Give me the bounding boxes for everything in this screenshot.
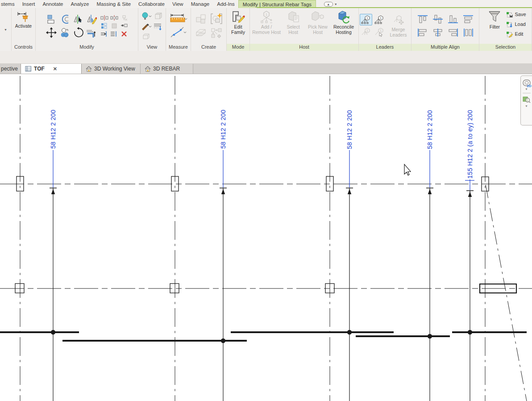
load-selection-button[interactable]: Load	[506, 20, 526, 29]
panel-multiple-align: Multiple Align	[411, 8, 479, 51]
rebar-tag-2[interactable]: 58 H12 2 200	[220, 109, 227, 149]
reconcile-hosting-label: Reconcile Hosting	[331, 25, 357, 35]
trim-extend-corner-icon[interactable]	[86, 27, 97, 38]
view-tab-label: pective	[1, 66, 18, 72]
arrowhead-up-icon	[348, 189, 351, 194]
rebar-tag-5[interactable]: 155 H12 2 (a to ey) 200	[466, 110, 474, 179]
mirror-draw-axis-icon[interactable]	[86, 14, 97, 25]
rebar-span-lines[interactable]	[50, 188, 474, 401]
steering-wheel-icon[interactable]: 2D	[523, 79, 531, 87]
remove-leader-icon[interactable]: 1	[374, 15, 385, 25]
rebar-dot	[468, 330, 472, 334]
tab-insert[interactable]: Insert	[18, 0, 39, 8]
view-tab-3d-rebar[interactable]: 3D REBAR	[141, 64, 193, 74]
delete-icon[interactable]	[121, 31, 127, 37]
tab-manage[interactable]: Manage	[187, 0, 213, 8]
align-middle-icon[interactable]	[432, 14, 444, 24]
pick-new-host-button: Pick New Host	[305, 9, 330, 43]
tab-collaborate[interactable]: Collaborate	[135, 0, 169, 8]
add-leader-icon-active[interactable]: 1	[360, 14, 372, 25]
multiple-align-tools	[415, 13, 476, 39]
array-icon[interactable]	[101, 23, 108, 29]
rebar-plan-bars[interactable]	[0, 332, 527, 341]
activate-dimensions-icon	[17, 10, 30, 23]
view-tab-3d-working-view[interactable]: 3D Working View	[82, 64, 141, 74]
rebar-dot	[221, 338, 225, 343]
group-icon[interactable]	[111, 23, 117, 29]
unpin-icon[interactable]	[121, 15, 128, 21]
chevron-down-icon[interactable]: ▼	[525, 104, 528, 108]
copy-icon[interactable]	[59, 27, 70, 38]
ribbon-tab-strip: stems Insert Annotate Analyze Massing & …	[0, 0, 532, 8]
hide-isolate-icon[interactable]	[142, 33, 151, 40]
filter-button[interactable]: Filter	[485, 9, 504, 43]
rebar-tags[interactable]: 58 H12 2 200 58 H12 2 200 58 H12 2 200 5…	[50, 109, 474, 179]
trim-extend-multiple-icon[interactable]	[110, 31, 118, 37]
drawing-canvas-svg[interactable]: 58 H12 2 200 58 H12 2 200 58 H12 2 200 5…	[0, 74, 532, 401]
view-tab-bar: pective TOF ✕ 3D Working	[0, 64, 532, 74]
edit-selection-button[interactable]: Edit	[506, 29, 526, 38]
chevron-down-icon[interactable]: ▼	[525, 88, 528, 91]
drawing-area[interactable]: 58 H12 2 200 58 H12 2 200 58 H12 2 200 5…	[0, 74, 532, 401]
tab-systems[interactable]: stems	[0, 0, 18, 8]
chevron-down-icon: ▼	[334, 3, 337, 6]
trim-extend-single-icon[interactable]	[100, 31, 108, 37]
offset-icon[interactable]	[59, 14, 70, 25]
tab-analyze[interactable]: Analyze	[67, 0, 93, 8]
tab-annotate[interactable]: Annotate	[39, 0, 67, 8]
distribute-icon[interactable]	[462, 28, 474, 38]
ribbon-body: ▼	[0, 8, 532, 51]
view-tab-perspective-partial[interactable]: pective	[0, 64, 21, 74]
create-tools	[194, 12, 224, 40]
override-graphics-brush-icon[interactable]	[141, 23, 152, 31]
edit-family-button[interactable]: Edit Family	[228, 9, 248, 43]
create-similar-icon[interactable]	[210, 27, 223, 39]
rotate-icon[interactable]	[72, 27, 84, 38]
create-assembly-icon[interactable]	[210, 13, 223, 25]
view-tab-tof[interactable]: TOF ✕	[21, 64, 82, 74]
align-bottom-icon[interactable]	[447, 14, 459, 24]
align-icon[interactable]	[46, 14, 57, 25]
ruler-icon[interactable]	[170, 13, 187, 24]
leader-move-icon	[393, 15, 404, 25]
navigation-bar[interactable]: 2D ▼ ▼	[520, 75, 532, 125]
tab-view[interactable]: View	[168, 0, 187, 8]
move-icon[interactable]	[46, 27, 57, 38]
close-tab-icon[interactable]: ✕	[53, 66, 57, 72]
panel-label-view: View	[138, 44, 166, 51]
select-host-label: Select Host	[282, 25, 305, 35]
activate-dimensions-button[interactable]: Activate	[15, 9, 32, 43]
reconcile-hosting-button[interactable]: Reconcile Hosting	[331, 9, 357, 43]
panel-leaders: 1 1	[359, 8, 411, 51]
rebar-tag-4[interactable]: 58 H12 2 200	[426, 110, 433, 149]
svg-text:1: 1	[366, 17, 368, 20]
rebar-dot	[347, 330, 352, 334]
structural-columns[interactable]	[15, 176, 516, 293]
measure-between-refs-icon[interactable]	[170, 26, 187, 39]
tab-add-ins[interactable]: Add-Ins	[213, 0, 239, 8]
chevron-down-icon[interactable]: ▼	[4, 28, 7, 31]
pin-icon[interactable]	[121, 23, 128, 29]
tab-massing-site[interactable]: Massing & Site	[93, 0, 135, 8]
rebar-tag-1[interactable]: 58 H12 2 200	[50, 109, 57, 149]
arrowhead-up-icon	[468, 192, 472, 197]
save-selection-button[interactable]: Save	[506, 10, 526, 19]
align-top-icon[interactable]	[417, 14, 428, 24]
create-parts-icon[interactable]	[195, 13, 208, 25]
zoom-tool-icon[interactable]	[523, 96, 531, 104]
view-cube-icon[interactable]	[154, 12, 162, 21]
create-parts-stack-icon[interactable]	[195, 28, 208, 38]
mirror-pick-axis-icon[interactable]	[73, 14, 83, 25]
split-with-gap-icon[interactable]	[110, 15, 118, 21]
split-element-icon[interactable]	[100, 15, 108, 21]
align-stack-top-icon[interactable]	[462, 14, 474, 24]
rebar-tag-3[interactable]: 58 H12 2 200	[346, 110, 353, 149]
panel-modify: Modify	[36, 8, 138, 51]
panel-label-measure: Measure	[166, 44, 191, 51]
reveal-hidden-elements-icon[interactable]	[141, 12, 152, 21]
linework-icon[interactable]	[153, 23, 163, 31]
align-left-icon[interactable]	[417, 28, 428, 38]
grid-lines[interactable]	[0, 76, 532, 401]
align-center-icon[interactable]	[432, 28, 444, 38]
align-right-icon[interactable]	[447, 28, 459, 38]
